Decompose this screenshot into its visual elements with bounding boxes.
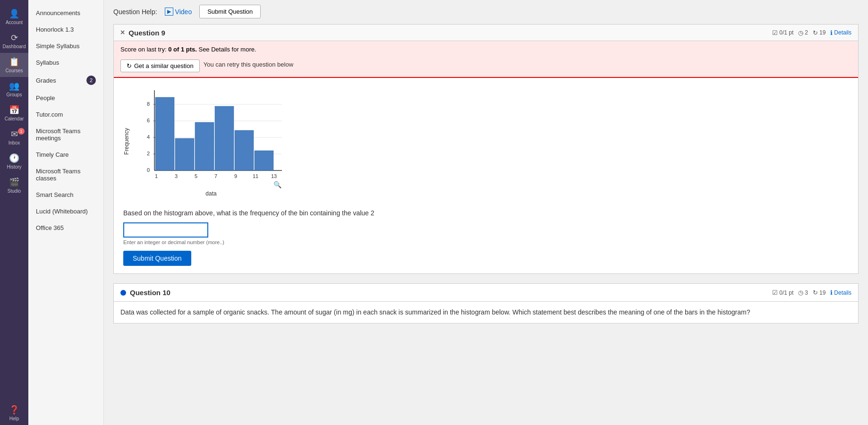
sidebar-item-lucid[interactable]: Lucid (Whiteboard) bbox=[28, 203, 103, 220]
account-icon: 👤 bbox=[9, 8, 19, 19]
meta-retries: ↻ 19 bbox=[813, 29, 825, 36]
histogram-chart: 0 2 4 6 8 bbox=[136, 85, 287, 189]
y-axis-label: Frequency bbox=[123, 128, 130, 155]
question-9-meta: ☑ 0/1 pt ◷ 2 ↻ 19 ℹ Details bbox=[772, 29, 851, 36]
nav-account[interactable]: 👤 Account bbox=[0, 5, 28, 29]
help-icon: ❓ bbox=[9, 405, 19, 415]
score-notice: Score on last try: 0 of 1 pts. See Detai… bbox=[114, 41, 858, 78]
q10-dot bbox=[120, 290, 126, 296]
svg-text:0: 0 bbox=[147, 167, 150, 173]
question-10-box: Question 10 ☑ 0/1 pt ◷ 3 ↻ 19 ℹ Details bbox=[113, 283, 859, 323]
sidebar-item-grades[interactable]: Grades 2 bbox=[28, 71, 103, 90]
dashboard-icon: ⟳ bbox=[11, 33, 18, 43]
meta-details-link[interactable]: ℹ Details bbox=[830, 29, 851, 36]
question-9-title: × Question 9 bbox=[120, 28, 165, 37]
question-10-text: Data was collected for a sample of organ… bbox=[120, 307, 851, 317]
nav-dashboard[interactable]: ⟳ Dashboard bbox=[0, 29, 28, 53]
sidebar-item-smart-search[interactable]: Smart Search bbox=[28, 187, 103, 203]
left-nav: 👤 Account ⟳ Dashboard 📋 Courses 👥 Groups… bbox=[0, 0, 28, 425]
close-icon[interactable]: × bbox=[120, 28, 125, 37]
svg-text:3: 3 bbox=[175, 173, 178, 179]
svg-text:11: 11 bbox=[253, 173, 258, 179]
bar-3 bbox=[195, 122, 214, 170]
question-9-body: Based on the histogram above, what is th… bbox=[114, 204, 858, 273]
q10-meta-retries: ↻ 19 bbox=[813, 289, 825, 296]
studio-icon: 🎬 bbox=[9, 177, 19, 187]
question-10-header: Question 10 ☑ 0/1 pt ◷ 3 ↻ 19 ℹ Details bbox=[114, 284, 858, 302]
get-similar-button[interactable]: ↻ Get a similar question bbox=[120, 60, 200, 72]
question-9-box: × Question 9 ☑ 0/1 pt ◷ 2 ↻ 19 ℹ De bbox=[113, 24, 859, 274]
svg-text:7: 7 bbox=[214, 173, 217, 179]
chart-inner: 0 2 4 6 8 bbox=[136, 85, 287, 197]
second-sidebar: Announcements Honorlock 1.3 Simple Sylla… bbox=[28, 0, 104, 425]
nav-help[interactable]: ❓ Help bbox=[0, 401, 28, 425]
question-help-bar: Question Help: ▶ Video Submit Question bbox=[113, 5, 859, 18]
question-9-text: Based on the histogram above, what is th… bbox=[123, 209, 849, 217]
svg-text:6: 6 bbox=[147, 118, 150, 123]
svg-text:4: 4 bbox=[147, 134, 150, 140]
svg-text:🔍: 🔍 bbox=[273, 181, 282, 189]
score-text: Score on last try: 0 of 1 pts. See Detai… bbox=[120, 46, 851, 53]
nav-studio[interactable]: 🎬 Studio bbox=[0, 173, 28, 197]
courses-icon: 📋 bbox=[9, 57, 19, 67]
sidebar-item-ms-teams-meetings[interactable]: Microsoft Teams meetings bbox=[28, 123, 103, 146]
groups-icon: 👥 bbox=[9, 81, 19, 91]
bar-6 bbox=[255, 151, 273, 170]
submit-question-button[interactable]: Submit Question bbox=[123, 251, 191, 266]
q10-meta-points: ☑ 0/1 pt bbox=[772, 289, 793, 296]
meta-tries: ◷ 2 bbox=[798, 29, 808, 36]
bar-1 bbox=[155, 97, 174, 170]
answer-input[interactable] bbox=[123, 222, 208, 238]
inbox-icon: ✉ bbox=[11, 129, 18, 139]
svg-text:2: 2 bbox=[147, 151, 150, 156]
refresh-icon: ↻ bbox=[127, 62, 132, 69]
video-link[interactable]: ▶ Video bbox=[165, 8, 192, 16]
nav-history[interactable]: 🕐 History bbox=[0, 149, 28, 173]
q10-meta-details-link[interactable]: ℹ Details bbox=[830, 289, 851, 296]
svg-text:1: 1 bbox=[155, 173, 158, 179]
svg-text:5: 5 bbox=[195, 173, 197, 179]
nav-inbox[interactable]: ✉ 1 Inbox bbox=[0, 125, 28, 149]
svg-text:13: 13 bbox=[271, 173, 277, 179]
history-icon: 🕐 bbox=[9, 153, 19, 163]
question-10-body: Data was collected for a sample of organ… bbox=[114, 302, 858, 323]
sidebar-item-simple-syllabus[interactable]: Simple Syllabus bbox=[28, 38, 103, 54]
score-value: 0 of 1 pts. bbox=[168, 46, 197, 53]
sidebar-item-syllabus[interactable]: Syllabus bbox=[28, 54, 103, 71]
main-content: Question Help: ▶ Video Submit Question ×… bbox=[104, 0, 868, 425]
meta-points: ☑ 0/1 pt bbox=[772, 29, 793, 36]
calendar-icon: 📅 bbox=[9, 105, 19, 115]
question-10-title: Question 10 bbox=[120, 289, 170, 297]
sidebar-item-ms-teams-classes[interactable]: Microsoft Teams classes bbox=[28, 163, 103, 187]
sidebar-item-honorlock[interactable]: Honorlock 1.3 bbox=[28, 21, 103, 38]
retry-text: You can retry this question below bbox=[204, 61, 293, 68]
nav-calendar[interactable]: 📅 Calendar bbox=[0, 101, 28, 125]
sidebar-item-announcements[interactable]: Announcements bbox=[28, 5, 103, 21]
question-10-meta: ☑ 0/1 pt ◷ 3 ↻ 19 ℹ Details bbox=[772, 289, 851, 296]
q10-meta-tries: ◷ 3 bbox=[798, 289, 808, 296]
inbox-badge: 1 bbox=[18, 128, 25, 135]
question-help-label: Question Help: bbox=[113, 8, 157, 16]
sidebar-item-office365[interactable]: Office 365 bbox=[28, 220, 103, 236]
bar-5 bbox=[235, 130, 254, 170]
sidebar-item-tutor[interactable]: Tutor.com bbox=[28, 106, 103, 123]
nav-groups[interactable]: 👥 Groups bbox=[0, 77, 28, 101]
chart-area: Frequency 0 2 4 6 bbox=[114, 78, 858, 204]
sidebar-item-timely-care[interactable]: Timely Care bbox=[28, 146, 103, 163]
svg-text:9: 9 bbox=[234, 173, 237, 179]
bar-2 bbox=[175, 138, 194, 170]
svg-text:8: 8 bbox=[147, 101, 150, 107]
input-hint: Enter an integer or decimal number (more… bbox=[123, 239, 849, 245]
sidebar-item-people[interactable]: People bbox=[28, 90, 103, 106]
submit-question-top-button[interactable]: Submit Question bbox=[199, 5, 261, 18]
chart-container: Frequency 0 2 4 6 bbox=[123, 85, 849, 197]
nav-courses[interactable]: 📋 Courses bbox=[0, 53, 28, 77]
x-axis-label: data bbox=[205, 190, 216, 197]
grades-badge: 2 bbox=[86, 76, 96, 85]
bar-4 bbox=[215, 106, 234, 170]
question-9-header: × Question 9 ☑ 0/1 pt ◷ 2 ↻ 19 ℹ De bbox=[114, 25, 858, 41]
video-icon: ▶ bbox=[165, 8, 173, 16]
